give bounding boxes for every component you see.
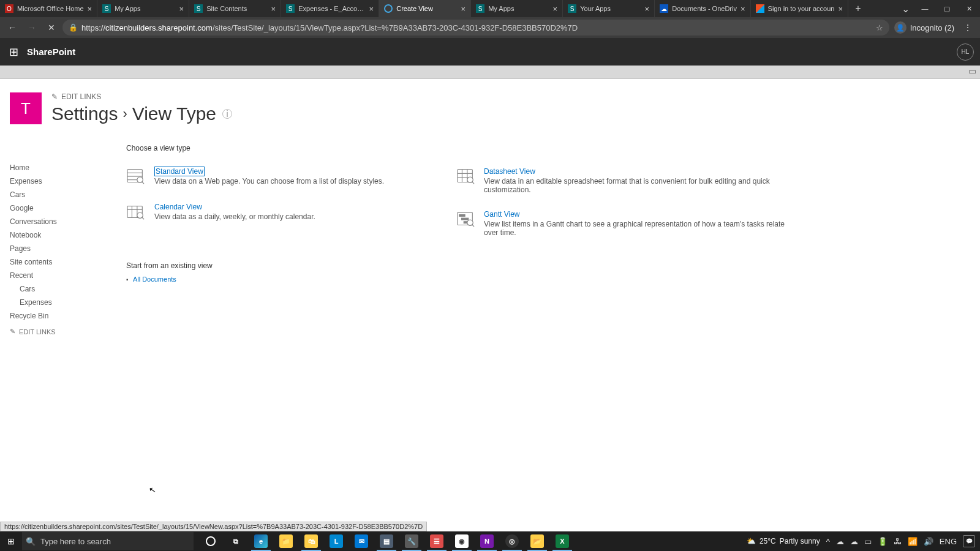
app-l-icon[interactable]: L [324, 531, 349, 551]
nav-recent-cars[interactable]: Cars [10, 282, 102, 296]
tab-myapps2[interactable]: S My Apps × [471, 0, 563, 17]
calendar-view-link[interactable]: Calendar View [154, 203, 202, 211]
start-button[interactable]: ⊞ [0, 531, 22, 551]
svg-line-5 [141, 182, 144, 184]
standard-view-link[interactable]: Standard View [154, 167, 205, 176]
onedrive-tray-icon[interactable]: ☁ [836, 537, 844, 546]
cortana-icon[interactable] [198, 531, 223, 551]
app-launcher-icon[interactable]: ⊞ [6, 45, 21, 59]
existing-view-item[interactable]: ▪ All Documents [126, 275, 980, 283]
lang-indicator[interactable]: ENG [940, 537, 957, 546]
view-option-standard[interactable]: Standard View View data on a Web page. Y… [126, 167, 457, 187]
favicon-sp-icon: S [194, 4, 203, 13]
app-grid-icon[interactable]: ▤ [374, 531, 399, 551]
explorer-icon[interactable]: 📁 [274, 531, 298, 551]
tab-sitecontents[interactable]: S Site Contents × [189, 0, 281, 17]
close-icon[interactable]: × [271, 4, 276, 13]
notification-icon[interactable]: 💬 [963, 535, 975, 547]
forward-button[interactable]: → [23, 19, 40, 36]
close-icon[interactable]: × [741, 4, 745, 13]
nav-pages[interactable]: Pages [10, 242, 102, 255]
nav-recyclebin[interactable]: Recycle Bin [10, 309, 102, 323]
tab-search-icon[interactable]: ⌄ [897, 0, 914, 17]
close-icon[interactable]: × [461, 4, 466, 13]
address-bar[interactable]: 🔒 https://citizenbuilders.sharepoint.com… [62, 20, 889, 36]
app-folder-icon[interactable]: 📂 [525, 531, 549, 551]
network-icon[interactable]: 🖧 [894, 537, 902, 546]
new-tab-button[interactable]: + [848, 0, 868, 17]
wifi-icon[interactable]: 📶 [908, 537, 918, 546]
user-avatar[interactable]: HL [957, 43, 974, 61]
edit-links-top[interactable]: ✎ EDIT LINKS [51, 92, 232, 101]
nav-notebook[interactable]: Notebook [10, 228, 102, 242]
pencil-icon: ✎ [51, 92, 58, 101]
tab-createview[interactable]: Create View × [379, 0, 471, 17]
nav-home[interactable]: Home [10, 161, 102, 174]
tab-title: Site Contents [206, 5, 267, 12]
battery-icon[interactable]: 🔋 [878, 537, 888, 546]
suite-title[interactable]: SharePoint [27, 47, 75, 57]
onenote-icon[interactable]: N [475, 531, 499, 551]
view-option-datasheet[interactable]: Datasheet View View data in an editable … [457, 167, 788, 194]
mail-icon[interactable]: ✉ [349, 531, 374, 551]
edge-icon[interactable]: e [249, 531, 273, 551]
close-icon[interactable]: × [553, 4, 558, 13]
close-icon[interactable]: × [369, 4, 374, 13]
obs-icon[interactable]: ◎ [500, 531, 524, 551]
svg-rect-21 [462, 218, 469, 220]
back-button[interactable]: ← [4, 19, 21, 36]
todoist-icon[interactable]: ☰ [424, 531, 449, 551]
weather-icon: ⛅ [747, 537, 756, 545]
nav-cars[interactable]: Cars [10, 188, 102, 201]
breadcrumb-root[interactable]: Settings [51, 103, 118, 124]
volume-icon[interactable]: 🔊 [924, 537, 933, 546]
nav-recent[interactable]: Recent [10, 269, 102, 282]
maximize-button[interactable]: ▢ [936, 0, 958, 17]
datasheet-view-link[interactable]: Datasheet View [484, 167, 535, 176]
tab-office[interactable]: O Microsoft Office Home × [0, 0, 97, 17]
tab-yourapps[interactable]: S Your Apps × [563, 0, 655, 17]
info-icon[interactable]: i [222, 109, 232, 119]
nav-recent-expenses[interactable]: Expenses [10, 296, 102, 309]
app-tool-icon[interactable]: 🔧 [399, 531, 424, 551]
close-icon[interactable]: × [645, 4, 650, 13]
breadcrumb-sep: › [123, 106, 127, 122]
incognito-indicator[interactable]: 👤 Incognito (2) [892, 21, 957, 34]
close-icon[interactable]: × [838, 4, 843, 13]
minimize-button[interactable]: — [914, 0, 936, 17]
menu-button[interactable]: ⋮ [959, 19, 976, 36]
tab-onedrive[interactable]: ☁ Documents - OneDriv × [655, 0, 750, 17]
tab-signin[interactable]: Sign in to your accoun × [751, 0, 848, 17]
tab-expenses[interactable]: S Expenses - E_Account × [281, 0, 379, 17]
cloud2-icon[interactable]: ☁ [850, 537, 858, 546]
window-close-button[interactable]: ✕ [958, 0, 980, 17]
excel-icon[interactable]: X [550, 531, 575, 551]
site-logo[interactable]: T [10, 92, 42, 124]
task-view-icon[interactable]: ⧉ [224, 531, 248, 551]
close-icon[interactable]: × [88, 4, 92, 13]
chevron-up-icon[interactable]: ^ [826, 537, 830, 546]
close-icon[interactable]: × [179, 4, 184, 13]
store-icon[interactable]: 🛍 [299, 531, 323, 551]
nav-sitecontents[interactable]: Site contents [10, 255, 102, 269]
nav-expenses[interactable]: Expenses [10, 174, 102, 188]
bookmark-icon[interactable]: ☆ [876, 23, 883, 32]
nav-conversations[interactable]: Conversations [10, 215, 102, 228]
view-option-gantt[interactable]: Gantt View View list items in a Gantt ch… [457, 210, 788, 237]
stop-reload-button[interactable]: ✕ [43, 19, 60, 36]
taskbar-search[interactable]: 🔍 Type here to search [22, 532, 194, 550]
meet-now-icon[interactable]: ▭ [864, 537, 872, 546]
chrome-icon[interactable]: ◉ [450, 531, 474, 551]
nav-google[interactable]: Google [10, 201, 102, 215]
tab-myapps[interactable]: S My Apps × [97, 0, 189, 17]
tab-title: Sign in to your accoun [768, 5, 835, 12]
weather-widget[interactable]: ⛅ 25°C Partly sunny [747, 537, 820, 545]
tab-title: Create View [396, 5, 457, 12]
gantt-view-link[interactable]: Gantt View [484, 210, 519, 219]
edit-links-label: EDIT LINKS [19, 328, 56, 335]
all-documents-link[interactable]: All Documents [133, 276, 176, 283]
focus-content-icon[interactable]: ▭ [967, 66, 978, 77]
edit-links-bottom[interactable]: ✎ EDIT LINKS [10, 328, 102, 335]
view-option-calendar[interactable]: Calendar View View data as a daily, week… [126, 203, 457, 222]
choose-view-type-heading: Choose a view type [126, 144, 980, 152]
